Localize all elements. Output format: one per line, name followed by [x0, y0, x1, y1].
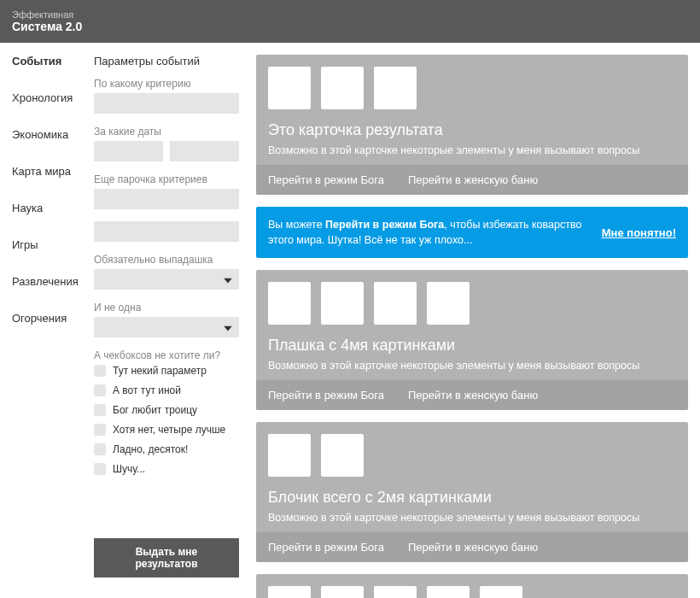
card-title: Плашка с 4мя картинками: [268, 337, 676, 355]
criterion-input[interactable]: [94, 93, 239, 114]
checkbox-label: Ладно, десяток!: [113, 443, 188, 455]
checkbox-label: А вот тут иной: [113, 384, 181, 396]
nav-item[interactable]: Карта мира: [0, 153, 94, 190]
card-title: Блочик всего с 2мя картинками: [268, 489, 676, 507]
notice-text: Вы можете Перейти в режим Бога, чтобы из…: [268, 217, 588, 248]
criteria-input-1[interactable]: [94, 189, 239, 209]
notice-dismiss-link[interactable]: Мне понятно!: [602, 226, 676, 239]
header-subtitle: Эффективная: [12, 9, 688, 20]
sidebar-nav: СобытияХронологияЭкономикаКарта мираНаук…: [0, 43, 94, 598]
thumbnail[interactable]: [480, 586, 522, 598]
result-card: Блочик всего с 2мя картинкамиВозможно в …: [256, 422, 688, 562]
card-action-bath[interactable]: Перейти в женскую баню: [408, 541, 538, 554]
nav-item[interactable]: Игры: [0, 226, 94, 263]
checkbox-box: [94, 404, 106, 416]
thumbnail[interactable]: [268, 434, 311, 477]
card-title: Это карточка результата: [268, 121, 676, 139]
info-notice: Вы можете Перейти в режим Бога, чтобы из…: [256, 207, 688, 258]
checkbox-label: Тут некий параметр: [113, 365, 207, 377]
nav-item[interactable]: Развлечения: [0, 263, 94, 300]
dropdown2-label: И не одна: [94, 302, 239, 314]
checkbox-box: [94, 384, 106, 396]
dropdown2[interactable]: [94, 317, 239, 337]
thumbnail[interactable]: [321, 434, 364, 477]
card-action-god[interactable]: Перейти в режим Бога: [268, 173, 384, 186]
checkbox-row[interactable]: Хотя нет, четыре лучше: [94, 424, 239, 436]
checkbox-label: Шучу...: [113, 463, 145, 475]
dates-label: За какие даты: [94, 126, 239, 138]
more-criteria-label: Еще парочка критериев: [94, 173, 239, 185]
dropdown1-label: Обязательно выпадашка: [94, 254, 239, 266]
checkbox-box: [94, 443, 106, 455]
filters-title: Параметры событий: [94, 55, 239, 67]
card-action-bath[interactable]: Перейти в женскую баню: [408, 173, 538, 186]
thumbnail[interactable]: [321, 586, 364, 598]
thumbnail[interactable]: [268, 67, 311, 109]
bottom-thumb-row: [256, 574, 688, 598]
checkbox-label: Хотя нет, четыре лучше: [113, 424, 225, 436]
criterion-label: По какому критерию: [94, 78, 239, 90]
checkbox-box: [94, 365, 106, 377]
checkbox-row[interactable]: Шучу...: [94, 463, 239, 475]
thumbnail[interactable]: [427, 282, 470, 325]
app-header: Эффективная Система 2.0: [0, 0, 700, 43]
nav-item[interactable]: Огорчения: [0, 300, 94, 337]
thumbnail[interactable]: [321, 282, 364, 325]
card-actions: Перейти в режим БогаПерейти в женскую ба…: [256, 165, 688, 195]
checkbox-row[interactable]: Бог любит троицу: [94, 404, 239, 416]
thumbnail[interactable]: [321, 67, 364, 109]
card-actions: Перейти в режим БогаПерейти в женскую ба…: [256, 380, 688, 410]
card-desc: Возможно в этой карточке некоторые элеме…: [268, 144, 676, 156]
criteria-input-2[interactable]: [94, 221, 239, 242]
nav-item[interactable]: События: [0, 43, 94, 79]
card-action-god[interactable]: Перейти в режим Бога: [268, 541, 384, 554]
card-desc: Возможно в этой карточке некоторые элеме…: [268, 512, 676, 524]
nav-item[interactable]: Хронология: [0, 79, 94, 116]
result-card: Это карточка результатаВозможно в этой к…: [256, 55, 688, 195]
card-action-god[interactable]: Перейти в режим Бога: [268, 389, 384, 402]
thumbnail[interactable]: [268, 586, 311, 598]
checkbox-row[interactable]: Тут некий параметр: [94, 365, 239, 377]
checkbox-row[interactable]: Ладно, десяток!: [94, 443, 239, 455]
filters-panel: Параметры событий По какому критерию За …: [94, 43, 256, 598]
date-to-input[interactable]: [170, 141, 239, 161]
thumbnail[interactable]: [268, 282, 311, 325]
thumbnail[interactable]: [427, 586, 470, 598]
thumbnail[interactable]: [374, 282, 417, 325]
card-action-bath[interactable]: Перейти в женскую баню: [408, 389, 538, 402]
nav-item[interactable]: Наука: [0, 190, 94, 226]
checkbox-box: [94, 463, 106, 475]
thumbnail[interactable]: [374, 67, 417, 109]
header-title: Система 2.0: [12, 20, 688, 33]
card-actions: Перейти в режим БогаПерейти в женскую ба…: [256, 532, 688, 562]
result-card: Плашка с 4мя картинкамиВозможно в этой к…: [256, 270, 688, 410]
submit-button[interactable]: Выдать мне результатов: [94, 538, 239, 577]
card-desc: Возможно в этой карточке некоторые элеме…: [268, 360, 676, 372]
checkboxes-label: А чекбоксов не хотите ли?: [94, 349, 239, 361]
dropdown1[interactable]: [94, 269, 239, 290]
nav-item[interactable]: Экономика: [0, 116, 94, 153]
checkbox-box: [94, 424, 106, 436]
checkbox-row[interactable]: А вот тут иной: [94, 384, 239, 396]
checkbox-label: Бог любит троицу: [113, 404, 197, 416]
thumbnail[interactable]: [374, 586, 417, 598]
date-from-input[interactable]: [94, 141, 163, 161]
results-area: Это карточка результатаВозможно в этой к…: [256, 43, 700, 598]
